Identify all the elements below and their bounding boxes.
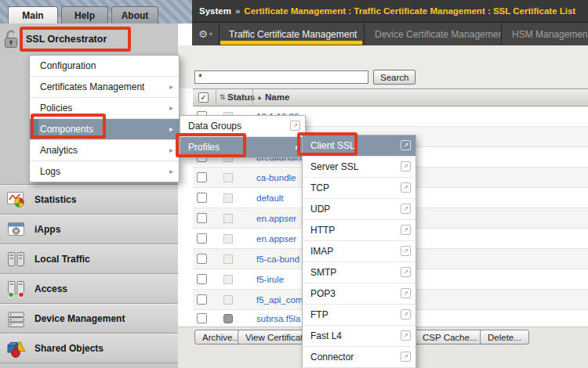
ocsp-cache-button[interactable]: CSP Cache... xyxy=(416,330,485,345)
status-icon xyxy=(223,254,233,264)
row-checkbox[interactable] xyxy=(197,294,207,305)
table-header: ✓ ⇅ Status ▲ Name xyxy=(193,88,588,106)
device-management-icon xyxy=(6,308,27,332)
status-icon xyxy=(223,173,233,182)
submenu-item-data-groups[interactable]: Data Groups ↗ xyxy=(180,116,305,137)
external-link-icon: ↗ xyxy=(401,309,411,319)
name-column-header[interactable]: Name xyxy=(265,92,289,102)
menu-item-label: UDP xyxy=(310,204,330,215)
nav-tab-help[interactable]: Help xyxy=(61,6,108,23)
row-checkbox[interactable] xyxy=(197,213,207,223)
submenu-arrow-icon: ▸ xyxy=(169,161,173,182)
menu-item-configuration[interactable]: Configuration xyxy=(30,56,179,77)
external-link-icon: ↗ xyxy=(401,140,411,150)
menu-item-certificates-management[interactable]: Certificates Management ▸ xyxy=(30,77,179,98)
tab-device-certificate-management[interactable]: Device Certificate Management ▾ xyxy=(365,23,502,45)
shared-objects-icon xyxy=(6,338,27,362)
divider xyxy=(0,363,178,363)
sidebar-item-statistics[interactable]: Statistics xyxy=(0,184,178,215)
certificate-link[interactable]: f5-irule xyxy=(256,269,284,290)
ssl-orchestrator-title[interactable]: SSL Orchestrator xyxy=(26,34,107,45)
certificate-link[interactable]: f5_api_com xyxy=(256,290,303,310)
submenu-arrow-icon: ▸ xyxy=(169,98,173,118)
certificate-link[interactable]: ca-bundle xyxy=(256,168,296,188)
menu-item-label: Components xyxy=(40,124,93,135)
breadcrumb: System » Certificate Management : Traffi… xyxy=(192,0,588,23)
menu-item-analytics[interactable]: Analytics ▸ xyxy=(30,140,179,161)
submenu-item-connector[interactable]: Connector ↗ xyxy=(303,347,416,368)
tab-label: Device Certificate Management xyxy=(375,29,502,40)
certificate-link[interactable]: f5-ca-bund xyxy=(256,249,299,269)
submenu-item-pop3[interactable]: POP3 ↗ xyxy=(303,283,416,305)
ssl-orchestrator-menu: Configuration Certificates Management ▸ … xyxy=(29,55,180,182)
row-checkbox[interactable] xyxy=(197,274,207,284)
external-link-icon: ↗ xyxy=(401,225,411,235)
menu-item-label: IMAP xyxy=(310,246,333,257)
submenu-item-server-ssl[interactable]: Server SSL ↗ xyxy=(303,157,416,178)
external-link-icon: ↗ xyxy=(401,352,411,362)
row-checkbox[interactable] xyxy=(197,193,207,203)
row-checkbox[interactable] xyxy=(197,254,207,264)
sort-ascending-icon[interactable]: ▲ xyxy=(256,94,263,101)
sidebar-item-label: iApps xyxy=(34,224,60,235)
search-input[interactable] xyxy=(194,70,368,84)
delete-button[interactable]: Delete... xyxy=(480,330,529,345)
tab-label: HSM Management xyxy=(512,29,588,40)
menu-item-label: SMTP xyxy=(310,267,336,278)
sidebar-item-label: Device Management xyxy=(34,313,125,324)
row-checkbox[interactable] xyxy=(197,313,207,323)
status-icon xyxy=(223,193,233,203)
submenu-item-tcp[interactable]: TCP ↗ xyxy=(303,178,416,199)
status-column-header[interactable]: Status xyxy=(227,92,255,102)
active-tab-underline xyxy=(220,41,362,45)
menu-item-label: Logs xyxy=(40,166,60,177)
menu-item-label: Connector xyxy=(310,352,354,363)
submenu-item-smtp[interactable]: SMTP ↗ xyxy=(303,262,416,283)
search-button[interactable]: Search xyxy=(373,70,416,85)
submenu-item-client-ssl[interactable]: Client SSL ↗ xyxy=(303,135,416,157)
submenu-item-imap[interactable]: IMAP ↗ xyxy=(303,241,416,262)
menu-item-components[interactable]: Components ▸ xyxy=(30,119,179,140)
external-link-icon: ↗ xyxy=(401,182,411,193)
certificate-link[interactable]: default xyxy=(256,188,284,208)
gear-icon: ⚙ xyxy=(198,28,208,40)
status-icon xyxy=(223,214,233,223)
gear-menu-button[interactable]: ⚙ ▾ xyxy=(192,23,220,45)
sidebar-item-iapps[interactable]: iApps xyxy=(0,214,178,244)
menu-item-label: Profiles xyxy=(188,142,220,153)
sidebar-item-local-traffic[interactable]: Local Traffic xyxy=(0,244,178,274)
sidebar-item-shared-objects[interactable]: Shared Objects xyxy=(0,333,178,363)
sidebar-item-access[interactable]: Access xyxy=(0,273,178,304)
profiles-submenu: Client SSL ↗ Server SSL ↗ TCP ↗ UDP ↗ HT… xyxy=(302,135,416,368)
submenu-arrow-icon: ▸ xyxy=(169,119,173,139)
menu-item-policies[interactable]: Policies ▸ xyxy=(30,98,179,119)
submenu-item-udp[interactable]: UDP ↗ xyxy=(303,199,416,220)
external-link-icon: ↗ xyxy=(290,121,300,131)
row-checkbox[interactable] xyxy=(197,233,207,244)
breadcrumb-root[interactable]: System xyxy=(199,6,231,16)
external-link-icon: ↗ xyxy=(401,330,411,341)
submenu-item-fast-l4[interactable]: Fast L4 ↗ xyxy=(303,326,416,347)
select-all-checkbox[interactable]: ✓ xyxy=(198,92,209,103)
submenu-item-ftp[interactable]: FTP ↗ xyxy=(303,305,416,326)
menu-item-label: Fast L4 xyxy=(310,330,342,341)
tab-hsm-management[interactable]: HSM Management xyxy=(502,23,588,45)
nav-tab-main[interactable]: Main xyxy=(8,6,58,23)
sidebar-item-device-management[interactable]: Device Management xyxy=(0,303,178,334)
certificate-link[interactable]: subrsa.f5la xyxy=(256,310,300,327)
external-link-icon: ↗ xyxy=(401,161,411,171)
sidebar-item-label: Local Traffic xyxy=(34,254,90,265)
iapps-icon xyxy=(6,219,27,243)
access-icon xyxy=(6,279,27,302)
submenu-item-http[interactable]: HTTP ↗ xyxy=(303,220,416,241)
nav-tab-about[interactable]: About xyxy=(111,6,158,23)
status-icon xyxy=(223,275,233,284)
menu-item-logs[interactable]: Logs ▸ xyxy=(30,161,179,182)
sort-icon[interactable]: ⇅ xyxy=(220,93,226,101)
certificate-link[interactable]: en.appser xyxy=(256,208,296,229)
certificate-link[interactable]: en.appser xyxy=(256,229,296,249)
local-traffic-icon xyxy=(6,249,27,272)
menu-item-label: Client SSL xyxy=(310,140,355,151)
row-checkbox[interactable] xyxy=(197,172,207,182)
submenu-item-profiles[interactable]: Profiles ▸ xyxy=(180,137,305,157)
